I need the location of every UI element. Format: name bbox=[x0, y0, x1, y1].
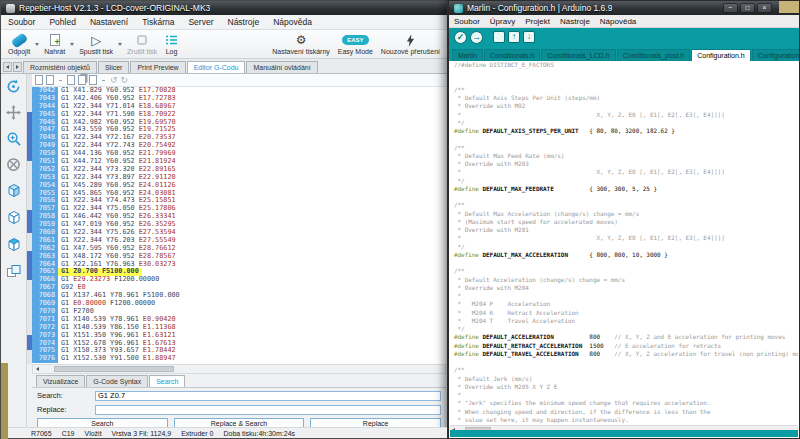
arduino-app-icon bbox=[454, 4, 463, 13]
gear-icon: ⚙ bbox=[296, 34, 307, 47]
bottom-tab[interactable]: G-Code Syntax bbox=[86, 375, 148, 387]
reset-view-icon[interactable] bbox=[6, 157, 21, 176]
verify-button[interactable]: ✓ bbox=[454, 31, 467, 44]
file-tab[interactable]: Configuration_adv.h bbox=[752, 49, 799, 61]
gcode-horizontal-scrollbar[interactable] bbox=[32, 364, 446, 374]
menu-item[interactable]: Nastavení bbox=[83, 17, 135, 27]
tab-scroll-left-button[interactable] bbox=[3, 62, 12, 72]
emergency-stop-button[interactable]: Nouzové přerušení bbox=[377, 30, 444, 58]
workspace-tab[interactable]: Editor G-Codu bbox=[187, 61, 246, 73]
view-iso-icon[interactable] bbox=[6, 183, 22, 203]
chevron-down-icon[interactable] bbox=[70, 43, 74, 46]
replace-input[interactable] bbox=[95, 405, 441, 415]
gcode-line[interactable]: 7076 G1 X152.530 Y91.500 E1.88947 bbox=[32, 355, 446, 363]
code-line-text: /** bbox=[454, 267, 465, 274]
code-line: /** bbox=[450, 144, 798, 152]
view-front-icon[interactable] bbox=[6, 210, 22, 230]
code-line: //#define DISTINCT_E_FACTORS bbox=[450, 61, 798, 69]
menu-item[interactable]: Tiskárna bbox=[135, 17, 181, 27]
code-line-text: #define DEFAULT_AXIS_STEPS_PER_UNIT { 80… bbox=[454, 127, 675, 134]
code-line: * M204 P Acceleration bbox=[450, 300, 798, 308]
printer-settings-button[interactable]: ⚙ Nastavení tiskárny bbox=[268, 30, 334, 58]
arduino-statusbar bbox=[450, 430, 798, 437]
view-top-icon[interactable] bbox=[6, 237, 22, 257]
code-editor[interactable]: //#define DISTINCT_E_FACTORS /** * Defau… bbox=[450, 61, 798, 425]
code-line: * bbox=[450, 292, 798, 300]
toggle-log-button[interactable]: Log bbox=[161, 30, 182, 58]
caption-button[interactable]: − bbox=[723, 3, 738, 13]
menu-item[interactable]: Pohled bbox=[42, 17, 82, 27]
file-tab[interactable]: Marlin bbox=[452, 49, 483, 61]
search-input[interactable] bbox=[95, 391, 441, 401]
code-line-text: */ bbox=[454, 119, 465, 126]
gcode-editor[interactable]: 7042 G1 X41.829 Y60.952 E17.70828 7043 G… bbox=[32, 87, 446, 364]
easy-mode-button[interactable]: EASY Easy Mode bbox=[334, 30, 377, 58]
save-sketch-button[interactable]: ↓ bbox=[523, 31, 535, 43]
move-view-icon[interactable] bbox=[6, 105, 21, 124]
start-print-button[interactable]: ▷ Spustit tisk bbox=[75, 30, 117, 58]
file-tab[interactable]: Conditionals_LCD.h bbox=[541, 49, 615, 61]
bottom-tab[interactable]: Search bbox=[149, 375, 185, 387]
code-line: * value set here, it may happen instanta… bbox=[450, 416, 798, 424]
scrollbar-thumb[interactable] bbox=[54, 366, 174, 372]
code-line: * X, Y, Z, E0 [, E1[, E2[, E3[, E4]]]] bbox=[450, 168, 798, 176]
tab-scroll-right-button[interactable] bbox=[13, 62, 22, 72]
file-tab[interactable]: Conditionals.h bbox=[484, 49, 540, 61]
workspace-tab[interactable]: Manuální ovládání bbox=[246, 61, 317, 73]
undo-icon[interactable]: ↺ bbox=[110, 76, 118, 85]
chevron-down-icon[interactable] bbox=[35, 43, 39, 46]
new-gcode-icon[interactable] bbox=[35, 75, 43, 85]
paste-icon[interactable] bbox=[89, 75, 97, 85]
rotate-view-icon[interactable] bbox=[6, 79, 21, 98]
cut-icon[interactable] bbox=[67, 75, 75, 85]
menu-item[interactable]: Soubor bbox=[449, 17, 485, 26]
load-button[interactable]: Nahrát bbox=[40, 30, 69, 58]
zoom-view-icon[interactable] bbox=[6, 131, 21, 150]
code-line: * Override with M204 bbox=[450, 284, 798, 292]
menu-item[interactable]: Nápověda bbox=[266, 17, 319, 27]
save-gcode-icon[interactable] bbox=[46, 75, 54, 85]
arduino-ide-window: Marlin - Configuration.h | Arduino 1.6.9… bbox=[448, 0, 800, 439]
menu-item[interactable]: Nástroje bbox=[555, 17, 595, 26]
code-line: */ bbox=[450, 243, 798, 251]
code-line: * X, Y, Z, E0 [, E1[, E2[, E3[, E4]]]] bbox=[450, 234, 798, 242]
load-file-icon bbox=[50, 34, 60, 46]
file-tab[interactable]: Conditionals_post.h bbox=[617, 49, 691, 61]
disconnect-button[interactable]: Odpojit bbox=[4, 30, 34, 58]
copy-icon[interactable] bbox=[78, 75, 86, 85]
code-line bbox=[450, 78, 798, 86]
menu-item[interactable]: Server bbox=[181, 17, 220, 27]
view-multi-icon[interactable] bbox=[6, 264, 22, 284]
menu-item[interactable]: Nástroje bbox=[221, 17, 267, 27]
workspace-tab[interactable]: Slicer bbox=[98, 61, 130, 73]
connector-icon bbox=[10, 32, 27, 48]
gcode-line[interactable]: 7069 G1 E0.80000 F1200.00000 bbox=[32, 300, 446, 308]
caption-button[interactable]: □ bbox=[740, 3, 755, 13]
gcode-line[interactable]: 7066 G1 E29.23273 F1200.00000 bbox=[32, 276, 446, 284]
status-item: Vrstva 3 Fil: 1124,9 bbox=[112, 430, 172, 437]
menu-item[interactable]: Úpravy bbox=[485, 17, 520, 26]
menu-item[interactable]: Soubor bbox=[1, 17, 42, 27]
code-line-text: * Default Max Acceleration (change/s) ch… bbox=[454, 210, 639, 217]
arrow-right-icon bbox=[16, 65, 19, 69]
new-sketch-button[interactable] bbox=[493, 31, 505, 43]
code-line: * Override with M92 bbox=[450, 102, 798, 110]
workspace-tab[interactable]: Print Preview bbox=[130, 61, 185, 73]
menu-item[interactable]: Projekt bbox=[520, 17, 555, 26]
code-line: * Default Max Feed Rate (mm/s) bbox=[450, 152, 798, 160]
scroll-left-arrow[interactable] bbox=[33, 365, 42, 373]
repetier-window-title: Repetier-Host V2.1.3 - LCD-cover-ORIGINA… bbox=[19, 3, 210, 13]
code-line: * When changing speed and direction, if … bbox=[450, 408, 798, 416]
open-sketch-button[interactable]: ↑ bbox=[508, 31, 520, 43]
redo-icon[interactable]: ↻ bbox=[121, 76, 129, 85]
code-line: * Default Axis Steps Per Unit (steps/mm) bbox=[450, 94, 798, 102]
caption-button[interactable]: × bbox=[757, 3, 772, 13]
code-line-text: #define DEFAULT_TRAVEL_ACCELERATION 800 … bbox=[454, 350, 798, 357]
upload-button[interactable]: → bbox=[470, 31, 483, 44]
bottom-tab[interactable]: Vizualizace bbox=[36, 375, 85, 387]
menu-item[interactable]: Nápověda bbox=[595, 17, 641, 26]
chevron-down-icon[interactable] bbox=[118, 43, 122, 46]
workspace-tab[interactable]: Rozmístění objektů bbox=[23, 61, 97, 73]
file-tab[interactable]: Configuration.h bbox=[691, 49, 750, 61]
code-line-text: * M204 T Travel Acceleration bbox=[454, 317, 575, 324]
